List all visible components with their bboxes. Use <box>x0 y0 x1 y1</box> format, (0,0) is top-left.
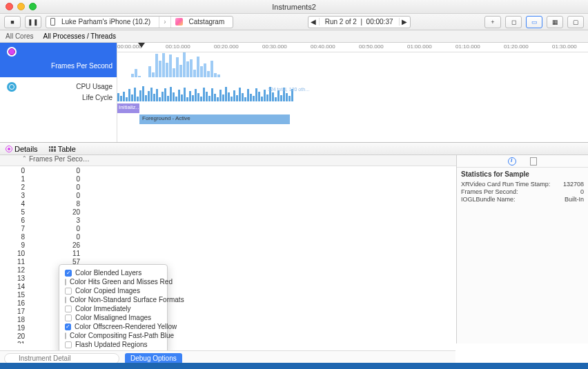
stat-val-3: Built-In <box>565 196 584 203</box>
checkbox-icon <box>65 332 66 339</box>
filter-cores[interactable]: All Cores <box>6 32 34 40</box>
target-selector[interactable]: Luke Parham's iPhone (10.2) › Catstagram <box>46 16 233 28</box>
stat-key-1: XRVideo Card Run Time Stamp: <box>461 181 550 188</box>
cpu-bar <box>247 89 249 101</box>
table-row[interactable]: 520 <box>0 208 456 216</box>
cpu-bar <box>197 93 199 101</box>
inspector-title: Statistics for Sample <box>461 170 584 178</box>
debug-option[interactable]: Color Copied Images <box>59 286 167 295</box>
debug-options-popup: ✓Color Blended LayersColor Hits Green an… <box>59 264 168 353</box>
table-row[interactable]: 63 <box>0 216 456 224</box>
stat-key-3: IOGLBundle Name: <box>461 196 516 203</box>
fps-track[interactable]: Frames Per Second <box>0 43 117 77</box>
fps-bar <box>197 57 199 77</box>
option-label: Color Misaligned Images <box>75 314 151 321</box>
next-run-button[interactable]: ▶ <box>399 18 410 26</box>
toolbar: ■ ❚❚ Luke Parham's iPhone (10.2) › Catst… <box>0 14 588 30</box>
cpu-bar <box>126 97 128 101</box>
cpu-bar <box>181 94 183 101</box>
view-mode-3-button[interactable]: ▢ <box>567 16 584 28</box>
table-row[interactable]: 20 <box>0 183 456 191</box>
cpu-bar <box>214 94 216 101</box>
table-row[interactable]: 80 <box>0 232 456 241</box>
track-labels: Frames Per Second CPU Usage Life Cycle <box>0 43 117 142</box>
filter-processes[interactable]: All Processes / Threads <box>43 32 116 40</box>
doc-icon[interactable] <box>530 157 537 166</box>
debug-option[interactable]: Color Compositing Fast-Path Blue <box>59 331 167 340</box>
tab-details[interactable]: Details <box>3 145 41 153</box>
run-time: 00:00:37 <box>366 18 393 26</box>
checkbox-icon <box>65 288 72 295</box>
time-ruler[interactable]: 00:00.00000:10.00000:20.00000:30.00000:4… <box>117 43 588 52</box>
debug-option[interactable]: ✓Color Blended Layers <box>59 268 167 277</box>
cpu-bar <box>189 91 191 101</box>
timeline: Frames Per Second CPU Usage Life Cycle 0… <box>0 43 588 143</box>
cpu-bar <box>280 95 282 101</box>
fps-bar <box>210 61 213 77</box>
table-row[interactable]: 48 <box>0 199 456 208</box>
cpu-bar <box>211 88 213 101</box>
strategy-button[interactable]: ◻ <box>505 16 522 28</box>
close-icon[interactable] <box>6 3 13 10</box>
debug-option[interactable]: Color Immediately <box>59 304 167 313</box>
tick: 01:20.000 <box>504 43 529 50</box>
add-button[interactable]: + <box>484 16 501 28</box>
lifecycle-init: Initializ… <box>117 103 139 113</box>
table-row[interactable]: 10 <box>0 174 456 183</box>
col-fps[interactable]: Frames Per Seco… <box>29 155 90 166</box>
window-controls <box>6 3 37 10</box>
zoom-icon[interactable] <box>29 3 37 10</box>
cpu-bar <box>239 88 241 101</box>
view-mode-1-button[interactable]: ▭ <box>526 16 542 28</box>
col-index[interactable] <box>0 155 29 166</box>
tick: 00:50.000 <box>359 43 384 50</box>
option-label: Color Blended Layers <box>75 269 141 277</box>
tick: 00:30.000 <box>262 43 287 50</box>
detail-tabs: Details Table <box>0 143 588 155</box>
fps-bar <box>138 76 141 77</box>
fps-bar <box>159 61 161 77</box>
debug-option[interactable]: ✓Color Offscreen-Rendered Yellow <box>59 322 167 331</box>
cpu-bar <box>244 97 246 101</box>
option-label: Color Copied Images <box>75 287 140 295</box>
cpu-bar <box>200 97 202 101</box>
checkbox-icon <box>65 341 72 348</box>
fps-bar <box>173 68 175 77</box>
table-header[interactable]: Frames Per Seco… <box>0 155 456 166</box>
prev-run-button[interactable]: ◀ <box>308 18 320 26</box>
checkbox-icon <box>65 279 66 286</box>
playhead-icon[interactable] <box>141 43 145 48</box>
minimize-icon[interactable] <box>17 3 25 10</box>
stat-key-2: Frames Per Second: <box>461 188 518 195</box>
cpu-bar <box>266 94 268 101</box>
table-row[interactable]: 926 <box>0 241 456 249</box>
tab-table[interactable]: Table <box>46 145 79 153</box>
info-icon[interactable] <box>508 157 516 166</box>
table-row[interactable]: 30 <box>0 191 456 199</box>
fps-bar <box>186 61 189 77</box>
fps-bar <box>135 69 137 77</box>
cpu-bar <box>206 92 208 101</box>
cpu-track[interactable]: CPU Usage Life Cycle <box>0 77 117 105</box>
tick: 01:00.000 <box>407 43 432 50</box>
table-row[interactable]: 1011 <box>0 249 456 257</box>
cpu-bar <box>167 96 169 101</box>
debug-option[interactable]: Color Misaligned Images <box>59 313 167 322</box>
pause-button[interactable]: ❚❚ <box>25 16 41 28</box>
record-button[interactable]: ■ <box>4 16 21 28</box>
cpu-bar <box>117 93 119 101</box>
table-row[interactable]: 00 <box>0 166 456 174</box>
cpu-bar <box>175 97 177 101</box>
table-row[interactable]: 70 <box>0 224 456 232</box>
timeline-body[interactable]: 00:00.00000:10.00000:20.00000:30.00000:4… <box>117 43 588 142</box>
debug-option[interactable]: Color Hits Green and Misses Red <box>59 277 167 286</box>
cpu-bar <box>231 97 233 101</box>
cpu-bar <box>137 97 139 101</box>
cpu-icon <box>7 82 17 92</box>
debug-option[interactable]: Color Non-Standard Surface Formats <box>59 295 167 304</box>
cpu-bar <box>139 90 141 101</box>
titlebar: Instruments2 <box>0 0 588 14</box>
cpu-bar <box>286 93 288 101</box>
debug-option[interactable]: Flash Updated Regions <box>59 340 167 349</box>
view-mode-2-button[interactable]: ▦ <box>547 16 563 28</box>
